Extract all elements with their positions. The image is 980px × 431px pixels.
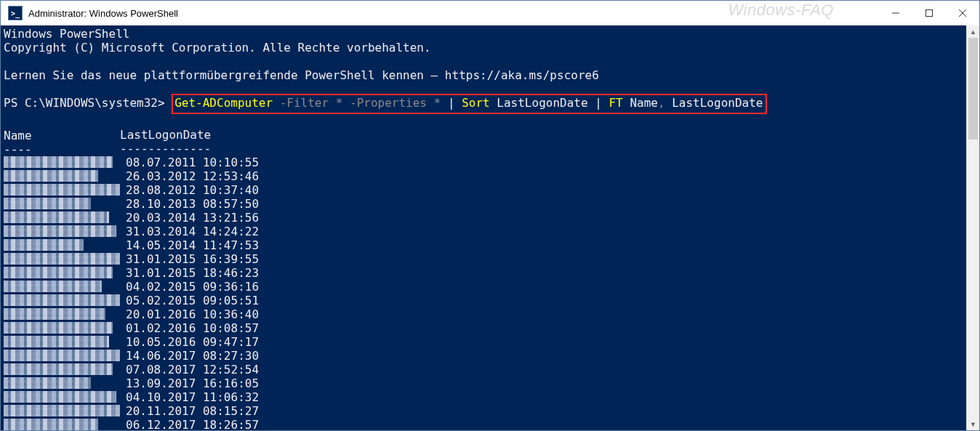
cmdlet-ft: FT: [609, 96, 622, 110]
command-highlight-box: Get-ADComputer -Filter * -Properties * |…: [172, 94, 767, 114]
table-row: 04.02.2015 09:36:16: [4, 280, 966, 294]
banner-line-1: Windows PowerShell: [4, 27, 129, 41]
prompt: PS C:\WINDOWS\system32>: [4, 96, 165, 110]
maximize-button[interactable]: [912, 1, 946, 25]
lastlogondate-cell: 14.06.2017 08:27:30: [126, 349, 259, 363]
arg-lastlogondate-1: LastLogonDate: [490, 96, 595, 110]
scroll-up-button[interactable]: ▲: [967, 25, 979, 38]
lastlogondate-cell: 08.07.2011 10:10:55: [126, 156, 259, 169]
maximize-icon: [925, 9, 933, 17]
redacted-name-cell: [4, 419, 98, 430]
table-row: 28.10.2013 08:57:50: [4, 197, 966, 211]
comma: ,: [658, 96, 665, 110]
scroll-track[interactable]: [967, 38, 979, 418]
table-row: 10.05.2016 09:47:17: [4, 335, 966, 349]
lastlogondate-cell: 10.05.2016 09:47:17: [126, 335, 259, 349]
table-row: 05.02.2015 09:05:51: [4, 294, 966, 307]
table-row: 28.08.2012 10:37:40: [4, 183, 966, 197]
window-controls: [879, 1, 979, 25]
scroll-down-button[interactable]: ▼: [967, 418, 979, 430]
redacted-name-cell: [4, 336, 109, 347]
console-output[interactable]: Windows PowerShell Copyright (C) Microso…: [1, 25, 966, 430]
redacted-name-cell: [4, 198, 91, 209]
minimize-icon: [892, 9, 899, 17]
lastlogondate-cell: 04.02.2015 09:36:16: [126, 280, 259, 294]
lastlogondate-cell: 04.10.2017 11:06:32: [126, 390, 259, 404]
lastlogondate-cell: 05.02.2015 09:05:51: [126, 294, 259, 307]
table-row: 26.03.2012 12:53:46: [4, 169, 966, 183]
table-row: 20.03.2014 13:21:56: [4, 211, 966, 225]
client-area: Windows PowerShell Copyright (C) Microso…: [1, 25, 979, 430]
watermark-text: Windows-FAQ: [728, 1, 834, 20]
table-row: 20.01.2016 10:36:40: [4, 307, 966, 321]
table-row: 20.11.2017 08:15:27: [4, 404, 966, 418]
table-row: 31.01.2015 16:39:55: [4, 252, 966, 266]
window-title: Administrator: Windows PowerShell: [28, 8, 178, 19]
redacted-name-cell: [4, 308, 105, 320]
table-row: 04.10.2017 11:06:32: [4, 390, 966, 404]
table-row: 08.07.2011 10:10:55: [4, 156, 966, 169]
redacted-name-cell: [4, 253, 120, 265]
powershell-window: >_ Administrator: Windows PowerShell Win…: [0, 0, 980, 431]
scroll-thumb[interactable]: [968, 38, 978, 140]
arg-lastlogondate-2: LastLogonDate: [665, 96, 763, 110]
redacted-name-cell: [4, 267, 113, 278]
lastlogondate-cell: 28.10.2013 08:57:50: [126, 197, 259, 211]
pipe-1: |: [448, 96, 455, 110]
col-header-name: Name: [4, 129, 120, 140]
redacted-name-cell: [4, 225, 116, 237]
lastlogondate-cell: 31.01.2015 18:46:23: [126, 266, 259, 280]
table-row: 14.05.2014 11:47:53: [4, 238, 966, 252]
arg-name: Name: [623, 96, 658, 110]
redacted-name-cell: [4, 294, 120, 306]
lastlogondate-cell: 31.01.2015 16:39:55: [126, 252, 259, 266]
lastlogondate-cell: 31.03.2014 14:24:22: [126, 225, 259, 238]
col-underline-date: -------------: [120, 142, 211, 156]
col-header-date: LastLogonDate: [120, 128, 211, 142]
redacted-name-cell: [4, 322, 113, 334]
lastlogondate-cell: 20.11.2017 08:15:27: [126, 404, 259, 418]
cmdlet-sort: Sort: [462, 96, 490, 110]
powershell-icon-glyph: >_: [11, 9, 20, 17]
close-button[interactable]: [946, 1, 979, 25]
cmd-params: -Filter * -Properties *: [273, 96, 448, 110]
table-row: 14.06.2017 08:27:30: [4, 349, 966, 363]
lastlogondate-cell: 28.08.2012 10:37:40: [126, 183, 259, 197]
redacted-name-cell: [4, 212, 109, 223]
redacted-name-cell: [4, 170, 98, 182]
table-row: 31.01.2015 18:46:23: [4, 266, 966, 280]
banner-line-2: Copyright (C) Microsoft Corporation. All…: [4, 41, 431, 55]
col-underline-name: ----: [4, 142, 120, 154]
table-row: 07.08.2017 12:52:54: [4, 363, 966, 376]
pipe-2: |: [595, 96, 602, 110]
lastlogondate-cell: 01.02.2016 10:08:57: [126, 321, 259, 335]
redacted-name-cell: [4, 405, 120, 416]
redacted-name-cell: [4, 350, 120, 361]
redacted-name-cell: [4, 281, 102, 292]
lastlogondate-cell: 20.01.2016 10:36:40: [126, 307, 259, 321]
lastlogondate-cell: 07.08.2017 12:52:54: [126, 363, 259, 376]
svg-rect-1: [926, 10, 933, 17]
hint-line: Lernen Sie das neue plattformübergreifen…: [4, 68, 599, 82]
redacted-name-cell: [4, 184, 120, 196]
redacted-name-cell: [4, 377, 91, 389]
redacted-name-cell: [4, 156, 113, 168]
lastlogondate-cell: 20.03.2014 13:21:56: [126, 211, 259, 225]
lastlogondate-cell: 14.05.2014 11:47:53: [126, 238, 259, 252]
titlebar[interactable]: >_ Administrator: Windows PowerShell Win…: [1, 1, 979, 25]
minimize-button[interactable]: [879, 1, 912, 25]
vertical-scrollbar[interactable]: ▲ ▼: [966, 25, 979, 430]
lastlogondate-cell: 06.12.2017 18:26:57: [126, 418, 259, 430]
table-row: 13.09.2017 16:16:05: [4, 376, 966, 390]
lastlogondate-cell: 26.03.2012 12:53:46: [126, 169, 259, 183]
table-row: 06.12.2017 18:26:57: [4, 418, 966, 430]
redacted-name-cell: [4, 363, 113, 375]
redacted-name-cell: [4, 239, 84, 251]
table-row: 01.02.2016 10:08:57: [4, 321, 966, 335]
lastlogondate-cell: 13.09.2017 16:16:05: [126, 376, 259, 390]
table-row: 31.03.2014 14:24:22: [4, 225, 966, 238]
close-icon: [958, 9, 967, 17]
powershell-icon: >_: [8, 6, 23, 20]
redacted-name-cell: [4, 391, 116, 403]
cmdlet-get-adcomputer: Get-ADComputer: [174, 96, 273, 110]
